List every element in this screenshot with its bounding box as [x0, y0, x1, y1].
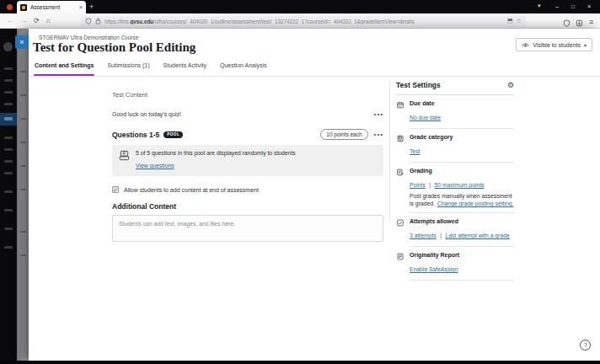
instruction-text: Good luck on today's quiz!	[112, 111, 181, 117]
grade-category-icon	[396, 134, 404, 142]
dimmed-text-mark	[20, 142, 26, 143]
dimmed-nav-icon	[4, 103, 13, 105]
library-save-icon[interactable]	[576, 19, 583, 27]
tab-question-analysis[interactable]: Question Analysis	[219, 59, 268, 76]
dimmed-nav-icon	[4, 172, 13, 174]
dimmed-nav-icon	[4, 91, 13, 94]
points-each-button[interactable]: 10 points each	[320, 129, 367, 140]
help-button[interactable]: ?	[580, 340, 591, 351]
originality-label: Originality Report	[410, 252, 514, 258]
visibility-dropdown[interactable]: Visible to students ▾	[516, 38, 592, 51]
question-pool-icon	[119, 150, 130, 161]
bottom-black-bar	[0, 361, 600, 364]
attempts-label: Attempts allowed	[410, 218, 514, 224]
shield-permissions-icon[interactable]	[85, 18, 92, 24]
enable-safeassign-link[interactable]: Enable SafeAssign	[410, 266, 458, 272]
test-settings-column: Test Settings ⚙ Due date No due date	[396, 81, 514, 281]
pool-info-box: 5 of 5 questions in this pool are displa…	[112, 145, 383, 176]
browser-tab-assessment[interactable]: Assessment ×	[17, 1, 86, 13]
dimmed-nav-icon	[4, 190, 13, 193]
attempts-grade-link[interactable]: Last attempt with a grade	[445, 233, 509, 238]
grade-category-link[interactable]: Test	[410, 148, 420, 154]
allow-content-label: Allow students to add content at end of …	[124, 187, 259, 193]
lock-icon[interactable]	[95, 18, 101, 24]
grading-label: Grading	[410, 168, 514, 174]
pool-overflow-menu-icon[interactable]: •••	[374, 131, 383, 138]
window-minimize-button[interactable]: –	[555, 3, 559, 10]
reader-view-icon[interactable]: ⬒	[507, 18, 513, 24]
dimmed-nav-icon	[4, 160, 13, 163]
tab-content-and-settings[interactable]: Content and Settings	[34, 59, 94, 76]
dimmed-avatar	[3, 42, 13, 51]
attempts-check-icon	[396, 218, 404, 227]
column-divider	[389, 81, 390, 221]
dimmed-nav-icon	[4, 148, 13, 151]
dimmed-text-mark	[20, 189, 26, 190]
settings-title: Test Settings	[396, 81, 441, 89]
chevron-down-icon: ▾	[584, 42, 587, 48]
originality-row: Originality Report Enable SafeAssign	[396, 247, 514, 281]
forward-button-icon[interactable]: →	[20, 17, 27, 24]
eye-icon	[522, 42, 529, 48]
originality-report-icon	[396, 252, 404, 260]
view-questions-link[interactable]: View questions	[136, 163, 174, 169]
grade-category-row: Grade category Test	[396, 129, 514, 163]
panel-tabs: Content and Settings Submissions (1) Stu…	[34, 59, 268, 76]
tab-close-icon[interactable]: ×	[79, 4, 83, 10]
attempts-count-link[interactable]: 3 attempts	[410, 233, 437, 238]
no-due-date-link[interactable]: No due date	[410, 115, 441, 120]
page-title: Test for Question Pool Editing	[33, 40, 196, 55]
link-separator: |	[429, 182, 431, 188]
dimmed-nav-icon	[4, 79, 13, 82]
instruction-overflow-menu-icon[interactable]: •••	[374, 110, 383, 118]
settings-header: Test Settings ⚙	[396, 81, 514, 95]
course-name: STGERMAV Ultra Demonstration Course	[39, 35, 138, 40]
dimmed-base-nav	[0, 29, 17, 361]
window-close-button[interactable]: ×	[587, 3, 591, 10]
additional-content-heading: Additional Content	[112, 202, 383, 211]
dimmed-nav-icon	[4, 246, 13, 249]
tab-list-caret-icon[interactable]: ▾	[538, 3, 541, 9]
window-control-dot-icon[interactable]	[7, 4, 13, 10]
browser-tab-bar: Assessment × + ▾ – □ ×	[0, 0, 600, 13]
dimmed-text-mark	[20, 254, 26, 256]
back-button-icon[interactable]: ←	[7, 17, 13, 24]
dimmed-text-mark	[20, 165, 26, 167]
new-tab-button[interactable]: +	[89, 3, 94, 11]
test-content-heading: Test Content	[112, 91, 383, 99]
attempts-row: Attempts allowed 3 attempts | Last attem…	[396, 213, 514, 247]
dimmed-text-mark	[20, 118, 26, 120]
window-maximize-button[interactable]: □	[571, 3, 575, 9]
reload-button-icon[interactable]: ⟳	[34, 17, 40, 24]
allow-content-checkbox[interactable]: ✓	[112, 186, 119, 193]
question-pool-row: Questions 1-5 POOL 10 points each •••	[112, 129, 383, 140]
pool-title: Questions 1-5	[112, 131, 159, 139]
instruction-row: Good luck on today's quiz! •••	[112, 110, 383, 118]
due-date-row: Due date No due date	[396, 95, 514, 129]
bookmark-star-icon[interactable]: ☆	[517, 18, 522, 24]
account-shield-icon[interactable]	[563, 19, 571, 27]
visibility-label: Visible to students	[533, 42, 581, 48]
dimmed-nav-icon	[4, 136, 13, 139]
hamburger-menu-icon[interactable]: ≡	[589, 18, 593, 26]
gear-icon[interactable]: ⚙	[507, 81, 514, 89]
dimmed-nav-icon	[4, 67, 13, 70]
additional-content-editor[interactable]: Students can add text, images, and files…	[112, 215, 383, 242]
home-button-icon[interactable]: ⌂	[46, 17, 51, 24]
assessment-panel: × STGERMAV Ultra Demonstration Course Te…	[29, 29, 600, 361]
editor-placeholder: Students can add text, images, and files…	[119, 221, 377, 227]
tab-submissions[interactable]: Submissions (1)	[106, 59, 150, 76]
pool-badge: POOL	[163, 131, 183, 138]
browser-toolbar: ← → ⟳ ⌂ https://lms.gvsu.edu/ultra/cours…	[0, 13, 600, 29]
address-bar[interactable]: https://lms.gvsu.edu/ultra/courses/_4040…	[81, 16, 526, 27]
maximum-points-link[interactable]: 50 maximum points	[435, 182, 485, 188]
dimmed-page-overlay[interactable]	[17, 29, 29, 361]
change-grade-posting-link[interactable]: Change grade posting setting.	[437, 201, 514, 206]
due-date-label: Due date	[410, 100, 514, 106]
points-link[interactable]: Points	[410, 182, 426, 188]
dimmed-nav-active-item	[0, 113, 17, 126]
panel-close-button[interactable]: ×	[15, 35, 29, 49]
dimmed-text-mark	[20, 231, 26, 233]
tab-students-activity[interactable]: Students Activity	[163, 59, 207, 76]
calendar-icon	[396, 100, 404, 109]
